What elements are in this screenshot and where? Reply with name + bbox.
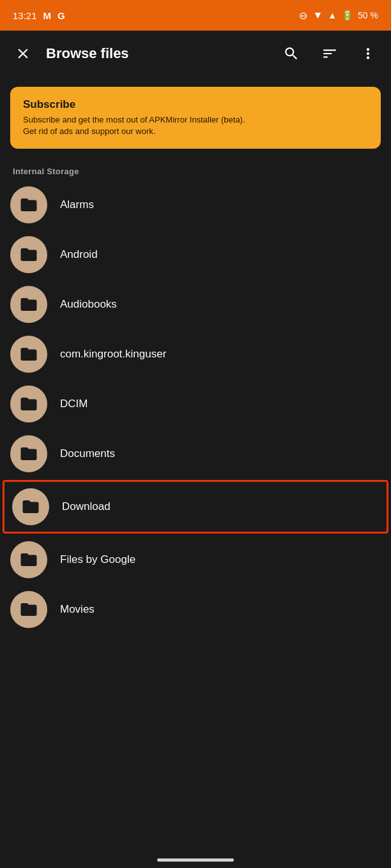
folder-name-dcim: DCIM bbox=[60, 398, 88, 410]
folder-item-kingroot[interactable]: com.kingroot.kinguser bbox=[0, 329, 391, 379]
folder-item-movies[interactable]: Movies bbox=[0, 585, 391, 634]
folder-list: Alarms Android Audiobooks com.kingroot.k… bbox=[0, 180, 391, 634]
google-icon: G bbox=[57, 10, 65, 21]
folder-name-alarms: Alarms bbox=[60, 198, 94, 211]
folder-icon-kingroot bbox=[10, 336, 47, 373]
folder-name-android: Android bbox=[60, 248, 98, 261]
close-button[interactable] bbox=[10, 41, 36, 66]
time: 13:21 bbox=[13, 10, 37, 21]
folder-item-documents[interactable]: Documents bbox=[0, 429, 391, 479]
status-right: ⊖ ▼ ▲ 🔋 50 % bbox=[299, 10, 378, 22]
battery-icon: 🔋 bbox=[342, 10, 353, 20]
folder-icon-movies bbox=[10, 591, 47, 628]
folder-item-alarms[interactable]: Alarms bbox=[0, 180, 391, 230]
folder-item-android[interactable]: Android bbox=[0, 230, 391, 280]
folder-icon-dcim bbox=[10, 385, 47, 423]
storage-section-label: Internal Storage bbox=[0, 159, 391, 180]
subscribe-title: Subscribe bbox=[23, 98, 368, 111]
folder-item-files-by-google[interactable]: Files by Google bbox=[0, 535, 391, 585]
app-bar-icons bbox=[279, 41, 381, 66]
folder-item-dcim[interactable]: DCIM bbox=[0, 379, 391, 429]
folder-name-files-by-google: Files by Google bbox=[60, 553, 135, 566]
folder-item-audiobooks[interactable]: Audiobooks bbox=[0, 280, 391, 329]
folder-icon-audiobooks bbox=[10, 286, 47, 323]
folder-icon-alarms bbox=[10, 186, 47, 223]
folder-icon-documents bbox=[10, 435, 47, 472]
signal-icon: ▲ bbox=[328, 10, 337, 20]
folder-name-audiobooks: Audiobooks bbox=[60, 298, 117, 311]
search-button[interactable] bbox=[279, 41, 304, 66]
folder-name-download: Download bbox=[62, 500, 111, 513]
folder-icon-download bbox=[12, 488, 49, 525]
status-left: 13:21 M G bbox=[13, 10, 65, 21]
minus-circle-icon: ⊖ bbox=[299, 10, 307, 22]
folder-name-kingroot: com.kingroot.kinguser bbox=[60, 348, 166, 361]
home-indicator bbox=[157, 858, 234, 862]
gmail-icon: M bbox=[43, 10, 52, 21]
status-bar: 13:21 M G ⊖ ▼ ▲ 🔋 50 % bbox=[0, 0, 391, 31]
folder-item-download[interactable]: Download bbox=[3, 480, 388, 534]
folder-icon-files-by-google bbox=[10, 541, 47, 578]
page-title: Browse files bbox=[46, 45, 268, 62]
wifi-icon: ▼ bbox=[312, 10, 323, 21]
subscribe-banner[interactable]: Subscribe Subscribe and get the most out… bbox=[10, 87, 381, 149]
filter-button[interactable] bbox=[317, 41, 342, 66]
app-bar: Browse files bbox=[0, 31, 391, 77]
more-options-button[interactable] bbox=[355, 41, 381, 66]
folder-icon-android bbox=[10, 236, 47, 273]
battery-level: 50 % bbox=[358, 10, 378, 20]
folder-name-documents: Documents bbox=[60, 447, 115, 460]
folder-name-movies: Movies bbox=[60, 603, 95, 616]
subscribe-description: Subscribe and get the most out of APKMir… bbox=[23, 114, 368, 137]
